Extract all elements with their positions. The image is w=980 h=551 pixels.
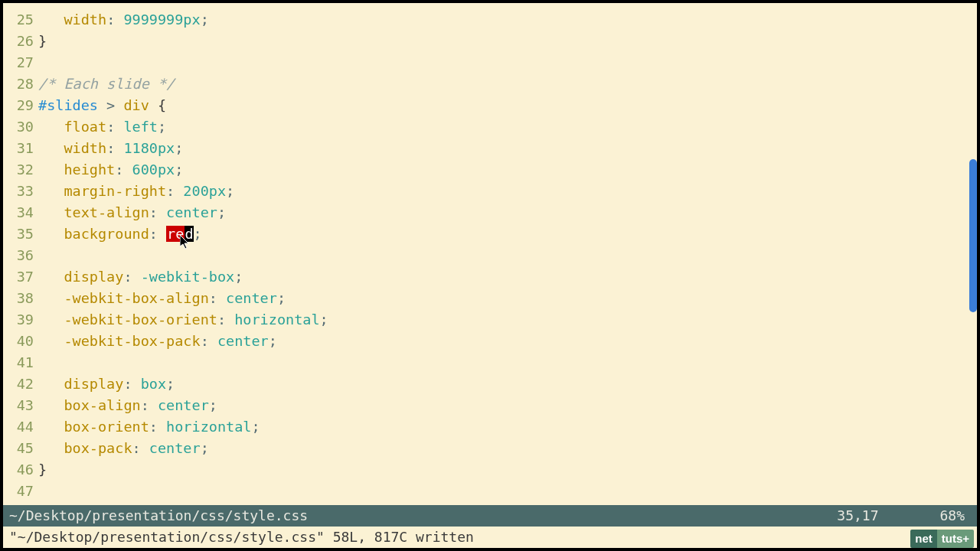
line-number: 47 (3, 481, 34, 502)
watermark-right: tuts+ (937, 530, 974, 548)
code-line[interactable] (38, 245, 977, 266)
code-line[interactable]: -webkit-box-orient: horizontal; (38, 309, 977, 331)
line-number: 44 (3, 416, 34, 438)
line-number: 36 (3, 245, 34, 266)
code-line[interactable]: #slides > div { (38, 95, 977, 116)
line-number: 41 (3, 352, 34, 373)
status-bar: ~/Desktop/presentation/css/style.css 35,… (3, 505, 977, 527)
code-line[interactable]: box-orient: horizontal; (38, 416, 977, 438)
code-line[interactable] (38, 481, 977, 502)
watermark-left: net (910, 530, 937, 548)
code-line[interactable]: /* Each slide */ (38, 73, 977, 95)
code-line[interactable]: display: box; (38, 373, 977, 395)
line-number: 42 (3, 373, 34, 395)
code-line[interactable]: } (38, 31, 977, 52)
code-line[interactable]: float: left; (38, 116, 977, 138)
code-content[interactable]: width: 9999999px;} /* Each slide */#slid… (38, 3, 977, 505)
line-number: 27 (3, 52, 34, 73)
line-number: 37 (3, 266, 34, 288)
status-file-path: ~/Desktop/presentation/css/style.css (9, 505, 837, 527)
line-number: 34 (3, 202, 34, 223)
line-number: 26 (3, 31, 34, 52)
editor-window: 2526272829303132333435363738394041424344… (0, 0, 980, 551)
message-bar: "~/Desktop/presentation/css/style.css" 5… (3, 527, 977, 548)
code-line[interactable] (38, 352, 977, 373)
status-scroll-percent: 68% (939, 505, 965, 527)
line-number: 39 (3, 309, 34, 331)
line-number: 40 (3, 331, 34, 352)
line-number: 33 (3, 181, 34, 202)
code-line[interactable]: -webkit-box-align: center; (38, 288, 977, 309)
line-number: 25 (3, 9, 34, 31)
code-line[interactable]: width: 9999999px; (38, 9, 977, 31)
code-line[interactable]: width: 1180px; (38, 138, 977, 159)
code-area[interactable]: 2526272829303132333435363738394041424344… (3, 3, 977, 505)
scrollbar-track[interactable] (968, 6, 977, 499)
line-number: 32 (3, 159, 34, 181)
code-line[interactable]: -webkit-box-pack: center; (38, 331, 977, 352)
code-line[interactable]: background: red; (38, 223, 977, 245)
line-number: 31 (3, 138, 34, 159)
line-number: 30 (3, 116, 34, 138)
status-cursor-position: 35,17 (837, 505, 878, 527)
code-line[interactable]: box-pack: center; (38, 438, 977, 459)
line-number: 29 (3, 95, 34, 116)
line-number: 28 (3, 73, 34, 95)
watermark-badge: net tuts+ (910, 530, 974, 548)
code-line[interactable]: text-align: center; (38, 202, 977, 223)
code-line[interactable]: box-align: center; (38, 395, 977, 416)
code-line[interactable]: height: 600px; (38, 159, 977, 181)
line-number: 45 (3, 438, 34, 459)
line-number-gutter: 2526272829303132333435363738394041424344… (3, 3, 38, 505)
code-line[interactable] (38, 52, 977, 73)
code-line[interactable]: display: -webkit-box; (38, 266, 977, 288)
code-line[interactable]: } (38, 459, 977, 481)
line-number: 46 (3, 459, 34, 481)
line-number: 38 (3, 288, 34, 309)
line-number: 35 (3, 223, 34, 245)
code-line[interactable]: margin-right: 200px; (38, 181, 977, 202)
line-number: 43 (3, 395, 34, 416)
scrollbar-thumb[interactable] (969, 159, 977, 312)
